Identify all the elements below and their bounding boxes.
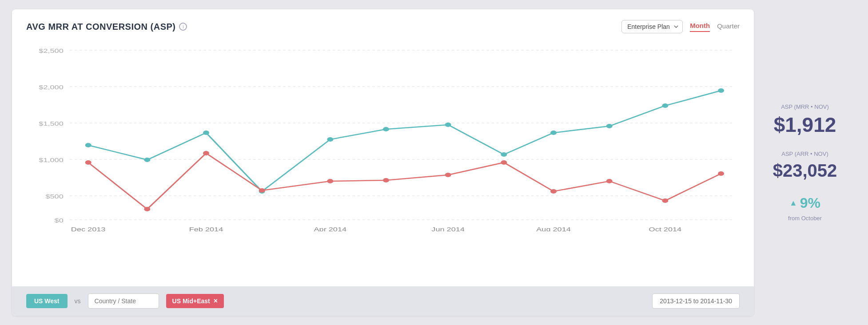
segment-tag: US Mid+East × bbox=[166, 294, 224, 308]
svg-text:$0: $0 bbox=[55, 217, 64, 223]
svg-text:$2,000: $2,000 bbox=[39, 84, 64, 90]
svg-point-32 bbox=[203, 151, 209, 155]
tab-quarter[interactable]: Quarter bbox=[717, 22, 740, 32]
tab-group: Month Quarter bbox=[690, 22, 740, 32]
tab-month[interactable]: Month bbox=[690, 22, 710, 32]
arrow-up-icon: ▲ bbox=[789, 198, 797, 208]
svg-point-27 bbox=[606, 124, 613, 128]
svg-point-18 bbox=[85, 143, 92, 147]
svg-point-34 bbox=[327, 179, 333, 183]
right-panel: ASP (MRR • NOV) $1,912 ASP (ARR • NOV) $… bbox=[754, 9, 856, 316]
asp-arr-label: ASP (ARR • NOV) bbox=[781, 151, 828, 157]
svg-point-36 bbox=[445, 173, 451, 177]
percent-row: ▲ 9% bbox=[789, 195, 820, 211]
chart-title-wrap: AVG MRR AT CONVERSION (ASP) i bbox=[26, 22, 187, 32]
svg-text:Apr 2014: Apr 2014 bbox=[314, 226, 347, 231]
svg-text:Aug 2014: Aug 2014 bbox=[536, 226, 571, 231]
svg-point-38 bbox=[550, 189, 557, 194]
chart-area: AVG MRR AT CONVERSION (ASP) i Enterprise… bbox=[12, 9, 754, 286]
svg-text:Oct 2014: Oct 2014 bbox=[649, 226, 682, 231]
svg-text:Jun 2014: Jun 2014 bbox=[431, 226, 465, 231]
us-west-button[interactable]: US West bbox=[26, 294, 68, 308]
svg-point-40 bbox=[662, 198, 668, 203]
divider-2 bbox=[770, 187, 840, 188]
svg-point-30 bbox=[85, 160, 92, 165]
divider-1 bbox=[770, 143, 840, 143]
svg-point-37 bbox=[501, 160, 507, 165]
svg-text:$1,000: $1,000 bbox=[39, 157, 64, 163]
svg-point-23 bbox=[383, 127, 389, 131]
chart-title: AVG MRR AT CONVERSION (ASP) bbox=[26, 22, 175, 32]
from-label: from October bbox=[788, 215, 822, 222]
svg-point-41 bbox=[718, 171, 724, 176]
svg-point-33 bbox=[259, 188, 265, 193]
svg-point-25 bbox=[501, 152, 507, 157]
date-range[interactable]: 2013-12-15 to 2014-11-30 bbox=[652, 293, 740, 309]
svg-text:$1,500: $1,500 bbox=[39, 120, 64, 127]
segment-tag-close[interactable]: × bbox=[214, 297, 218, 305]
svg-point-26 bbox=[550, 131, 557, 135]
asp-mrr-label: ASP (MRR • NOV) bbox=[781, 103, 829, 110]
svg-point-28 bbox=[662, 103, 668, 108]
segment-tag-label: US Mid+East bbox=[172, 297, 210, 305]
asp-arr-value: $23,052 bbox=[773, 161, 837, 180]
svg-point-35 bbox=[383, 178, 389, 182]
line-chart: $2,500 $2,000 $1,500 $1,000 $500 $0 Dec … bbox=[26, 40, 740, 231]
chart-header: AVG MRR AT CONVERSION (ASP) i Enterprise… bbox=[26, 20, 740, 33]
svg-text:Dec 2013: Dec 2013 bbox=[71, 226, 106, 231]
vs-label: vs bbox=[75, 297, 81, 305]
svg-point-39 bbox=[606, 179, 613, 183]
svg-point-24 bbox=[445, 123, 451, 127]
svg-point-22 bbox=[327, 137, 333, 142]
info-icon[interactable]: i bbox=[179, 23, 187, 31]
svg-text:$2,500: $2,500 bbox=[39, 48, 64, 54]
svg-point-31 bbox=[144, 207, 150, 211]
percent-value: 9% bbox=[800, 195, 820, 211]
svg-point-19 bbox=[144, 158, 150, 162]
svg-text:Feb 2014: Feb 2014 bbox=[189, 226, 223, 231]
plan-select[interactable]: Enterprise Plan All Plans Starter Plan P… bbox=[621, 20, 683, 33]
svg-point-29 bbox=[718, 88, 724, 93]
svg-point-20 bbox=[203, 131, 209, 135]
main-card: AVG MRR AT CONVERSION (ASP) i Enterprise… bbox=[12, 9, 754, 316]
country-state-input[interactable] bbox=[88, 293, 159, 309]
svg-text:$500: $500 bbox=[45, 193, 64, 199]
asp-mrr-value: $1,912 bbox=[774, 114, 836, 136]
chart-controls: Enterprise Plan All Plans Starter Plan P… bbox=[621, 20, 740, 33]
bottom-bar: US West vs US Mid+East × 2013-12-15 to 2… bbox=[12, 286, 754, 316]
